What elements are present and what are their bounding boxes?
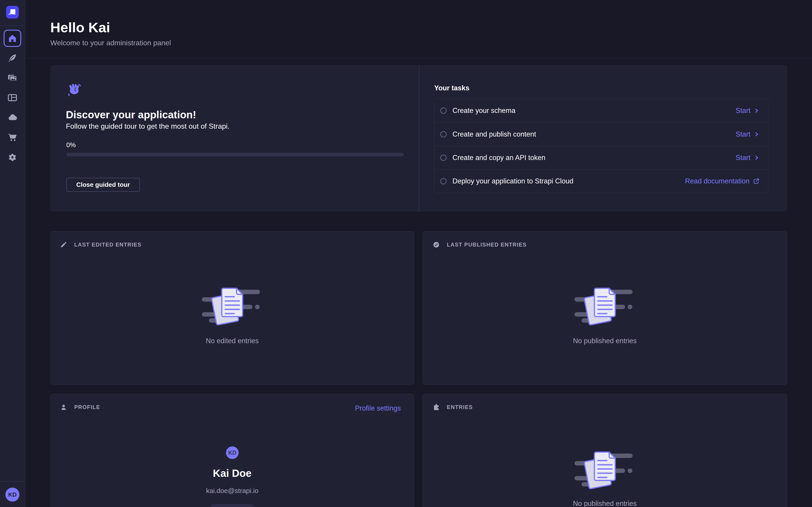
strapi-dashboard: KD Hello Kai Welcome to your administrat… — [0, 0, 812, 507]
task-action-label: Start — [736, 154, 750, 162]
task-label: Create your schema — [452, 107, 736, 115]
empty-documents-illustration — [574, 449, 636, 489]
sidebar-divider-top — [0, 25, 25, 26]
header-divider — [25, 58, 812, 58]
task-action-label: Start — [736, 130, 750, 138]
guided-tour-progress-label: 0% — [66, 141, 76, 149]
last-published-entries-card: LAST PUBLISHED ENTRIES — [422, 231, 787, 385]
empty-documents-illustration — [574, 285, 636, 325]
task-start-link[interactable]: Start — [736, 154, 759, 162]
guided-tour-subtitle: Follow the guided tour to get the most o… — [66, 122, 230, 130]
strapi-logo[interactable] — [6, 6, 19, 18]
sidebar-item-settings[interactable] — [4, 149, 20, 165]
task-label: Create and copy an API token — [452, 154, 736, 162]
person-icon — [60, 404, 67, 410]
task-row-api-token: Create and copy an API token Start — [435, 146, 768, 169]
sidebar-item-home[interactable] — [4, 30, 21, 47]
guided-tour-card: Discover your application! Follow the gu… — [50, 65, 787, 212]
gear-icon — [7, 152, 17, 162]
sidebar-user-avatar[interactable]: KD — [5, 488, 19, 502]
profile-avatar: KD — [226, 446, 239, 459]
feather-icon — [7, 53, 17, 63]
media-library-icon — [7, 73, 17, 83]
guided-tour-divider — [419, 65, 419, 212]
read-documentation-link[interactable]: Read documentation — [685, 177, 759, 185]
card-header: PROFILE — [60, 404, 100, 410]
card-title: LAST PUBLISHED ENTRIES — [447, 241, 527, 248]
tasks-title: Your tasks — [434, 84, 469, 92]
sidebar-item-marketplace[interactable] — [4, 129, 20, 145]
page-title: Hello Kai — [50, 19, 110, 36]
card-header: LAST EDITED ENTRIES — [60, 241, 141, 248]
task-status-icon — [440, 108, 447, 114]
chevron-right-icon — [754, 131, 759, 137]
profile-settings-link[interactable]: Profile settings — [355, 404, 401, 412]
cart-icon — [7, 132, 17, 142]
chevron-right-icon — [754, 155, 759, 160]
profile-card: PROFILE Profile settings KD Kai Doe kai.… — [50, 394, 414, 507]
sidebar-item-cloud[interactable] — [4, 109, 20, 125]
card-title: ENTRIES — [447, 404, 473, 410]
task-row-create-schema: Create your schema Start — [435, 99, 768, 122]
sidebar: KD — [0, 0, 25, 507]
task-status-icon — [440, 131, 447, 137]
profile-initials: KD — [228, 450, 236, 456]
card-title: PROFILE — [74, 404, 100, 410]
empty-documents-illustration — [202, 285, 263, 325]
card-title: LAST EDITED ENTRIES — [74, 241, 141, 248]
home-icon — [8, 34, 17, 43]
task-start-link[interactable]: Start — [736, 130, 759, 138]
strapi-logo-icon — [6, 6, 19, 18]
close-guided-tour-button[interactable]: Close guided tour — [66, 178, 140, 192]
puzzle-icon — [433, 404, 440, 410]
profile-role-badge — [210, 504, 254, 507]
task-label: Deploy your application to Strapi Cloud — [452, 177, 685, 185]
sidebar-divider-bottom — [0, 481, 25, 482]
task-start-link[interactable]: Start — [736, 107, 759, 115]
sidebar-user-initials: KD — [8, 491, 17, 498]
card-header: ENTRIES — [433, 404, 473, 410]
sidebar-item-content-type-builder[interactable] — [4, 90, 20, 106]
wave-hand-icon — [67, 82, 82, 97]
task-status-icon — [440, 178, 447, 184]
card-header: LAST PUBLISHED ENTRIES — [433, 241, 527, 248]
cloud-icon — [7, 112, 17, 122]
task-row-publish-content: Create and publish content Start — [435, 122, 768, 146]
tasks-list: Create your schema Start Create and publ… — [434, 99, 768, 193]
entries-card: ENTRIES No publis — [422, 394, 787, 507]
sidebar-item-media-library[interactable] — [4, 70, 20, 86]
task-action-label: Start — [736, 107, 750, 115]
check-circle-icon — [433, 241, 440, 248]
layout-icon — [7, 93, 17, 103]
profile-name: Kai Doe — [51, 467, 414, 479]
sidebar-item-content-manager[interactable] — [4, 50, 20, 66]
guided-tour-progress-bar — [66, 153, 404, 156]
external-link-icon — [753, 178, 759, 184]
last-edited-entries-card: LAST EDITED ENTRIES — [50, 231, 414, 385]
guided-tour-title: Discover your application! — [66, 109, 196, 121]
task-row-deploy-cloud: Deploy your application to Strapi Cloud … — [435, 169, 768, 193]
pencil-icon — [60, 241, 67, 248]
empty-state-text: No published entries — [423, 500, 787, 507]
task-status-icon — [440, 155, 447, 161]
empty-state-text: No published entries — [423, 337, 787, 345]
empty-state-text: No edited entries — [51, 337, 414, 345]
task-label: Create and publish content — [452, 130, 736, 138]
profile-email: kai.doe@strapi.io — [51, 487, 414, 495]
chevron-right-icon — [754, 108, 759, 113]
page-subtitle: Welcome to your administration panel — [50, 39, 171, 47]
task-action-label: Read documentation — [685, 177, 750, 185]
